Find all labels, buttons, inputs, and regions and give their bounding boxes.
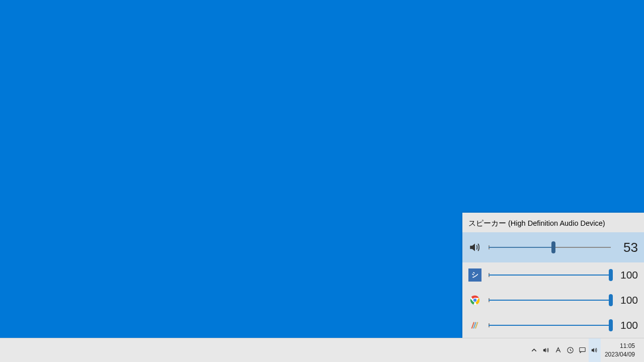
tray-clock-icon[interactable] xyxy=(565,338,577,363)
app-volume-slider[interactable] xyxy=(489,295,611,305)
volume-mixer-flyout: スピーカー (High Definition Audio Device) 53 … xyxy=(462,213,644,338)
app-volume-row: シ100 xyxy=(462,262,644,288)
app-volume-row: 100 xyxy=(462,288,644,313)
tray-ime-icon[interactable] xyxy=(552,338,565,363)
tray-action-center-icon[interactable] xyxy=(577,338,589,363)
system-sounds-icon[interactable]: シ xyxy=(468,268,481,282)
taskbar-clock[interactable]: 11:05 2023/04/09 xyxy=(601,338,639,362)
app-volume-value: 100 xyxy=(618,294,638,306)
taskbar-date: 2023/04/09 xyxy=(605,350,635,358)
master-volume-slider[interactable] xyxy=(489,242,611,252)
speaker-icon[interactable] xyxy=(468,241,481,254)
stripes-app-icon[interactable] xyxy=(468,319,481,332)
tray-speaker-icon[interactable] xyxy=(589,338,601,363)
master-volume-row: 53 xyxy=(462,232,644,262)
svg-rect-4 xyxy=(580,348,585,352)
desktop[interactable]: スピーカー (High Definition Audio Device) 53 … xyxy=(0,0,644,362)
app-volume-value: 100 xyxy=(618,269,638,281)
system-tray: 11:05 2023/04/09 xyxy=(528,338,644,362)
taskbar-time: 11:05 xyxy=(620,342,635,350)
app-volume-slider[interactable] xyxy=(489,270,611,280)
tray-chevron-up-icon[interactable] xyxy=(528,338,540,363)
app-volume-slider[interactable] xyxy=(489,320,611,330)
app-volume-value: 100 xyxy=(618,319,638,331)
app-volume-row: 100 xyxy=(462,313,644,338)
volume-mixer-device-name[interactable]: スピーカー (High Definition Audio Device) xyxy=(462,213,644,232)
taskbar: 11:05 2023/04/09 xyxy=(0,338,644,362)
tray-volume-icon[interactable] xyxy=(540,338,552,363)
master-volume-value: 53 xyxy=(618,240,638,255)
chrome-icon[interactable] xyxy=(468,294,481,307)
